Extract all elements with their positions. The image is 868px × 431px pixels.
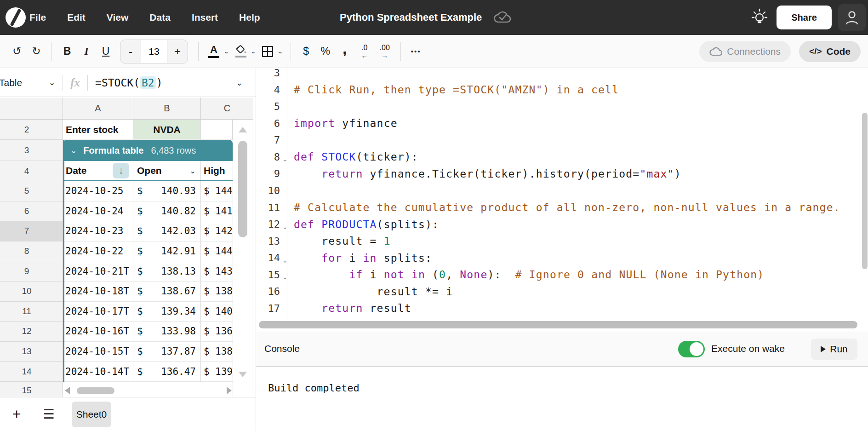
app-logo-icon[interactable] (5, 6, 27, 29)
line-number[interactable]: 12 (256, 218, 280, 230)
code-line[interactable]: 8⌄def STOCK(ticker): (256, 149, 868, 166)
cell-high[interactable]: $144 (201, 241, 233, 262)
sheet-tab-sheet0[interactable]: Sheet0 (72, 402, 111, 427)
code-line[interactable]: 9 return yfinance.Ticker(ticker).history… (256, 165, 868, 182)
more-formats-button[interactable]: ••• (406, 40, 426, 63)
scroll-right-arrow-icon[interactable] (227, 387, 232, 394)
add-sheet-button[interactable]: + (7, 406, 26, 423)
cell-a2[interactable]: Enter stock (63, 120, 133, 140)
menu-file[interactable]: File (29, 12, 46, 23)
line-number[interactable]: 9 (256, 168, 280, 179)
code-line[interactable]: 3 (256, 68, 868, 81)
run-button[interactable]: Run (811, 339, 857, 360)
cell-open[interactable]: $140.82 (133, 201, 201, 222)
row-header-5[interactable]: 5 (0, 181, 63, 201)
code-line[interactable]: 5 (256, 98, 868, 115)
line-number[interactable]: 4 (256, 84, 280, 96)
row-header-2[interactable]: 2 (0, 120, 63, 140)
code-line[interactable]: 10 (256, 182, 868, 199)
code-line[interactable]: 15⌄ if i not in (0, None): # Ignore 0 an… (256, 266, 868, 283)
cell-open[interactable]: $138.67 (133, 282, 201, 302)
column-header-a[interactable]: A (63, 98, 133, 119)
cell-open[interactable]: $138.13 (133, 261, 201, 282)
horizontal-scroll-thumb[interactable] (77, 387, 114, 394)
cell-open[interactable]: $140.93 (133, 181, 201, 201)
font-size-decrease-button[interactable]: - (120, 45, 141, 58)
context-chevron-icon[interactable]: ⌄ (49, 78, 55, 87)
code-line[interactable]: 16 result *= i (256, 283, 868, 300)
theme-lightbulb-icon[interactable] (750, 8, 769, 28)
cell-date[interactable]: 2024-10-22 (63, 241, 133, 262)
cell-open[interactable]: $136.47 (133, 362, 201, 382)
code-line[interactable]: 14⌄ for i in splits: (256, 249, 868, 266)
row-header-3[interactable]: 3 (0, 140, 63, 161)
editor-horizontal-scroll-thumb[interactable] (259, 321, 857, 328)
cell-context-selector[interactable]: Table (0, 77, 49, 88)
formula-expand-chevron-icon[interactable]: ⌄ (236, 78, 243, 88)
sort-descending-button[interactable]: ↓ (113, 163, 129, 178)
table-column-high[interactable]: High (201, 161, 233, 180)
code-line[interactable]: 12⌄def PRODUCTA(splits): (256, 216, 868, 233)
menu-insert[interactable]: Insert (192, 12, 218, 23)
table-column-open[interactable]: Open ⌄ (133, 161, 201, 180)
column-header-b[interactable]: B (133, 98, 201, 119)
column-dropdown-chevron-icon[interactable]: ⌄ (190, 167, 196, 175)
borders-chevron-icon[interactable]: ⌄ (277, 48, 283, 54)
code-line[interactable]: 17 return result (256, 300, 868, 317)
scroll-up-arrow-icon[interactable] (239, 127, 247, 132)
currency-format-button[interactable]: $ (297, 40, 316, 63)
line-number[interactable]: 11 (256, 202, 280, 213)
line-number[interactable]: 16 (256, 286, 280, 297)
cell-high[interactable]: $139 (201, 362, 233, 382)
cell-high[interactable]: $144 (201, 181, 233, 201)
text-color-button[interactable]: A (204, 40, 223, 63)
redo-button[interactable]: ↻ (27, 40, 46, 63)
user-avatar[interactable] (838, 4, 866, 31)
scroll-left-arrow-icon[interactable] (65, 387, 70, 394)
vertical-scroll-thumb[interactable] (238, 141, 247, 237)
cell-b2[interactable]: NVDA (133, 120, 201, 140)
line-number[interactable]: 6 (256, 118, 280, 129)
line-number[interactable]: 15 (256, 269, 280, 281)
comma-format-button[interactable]: , (335, 37, 354, 60)
cell-high[interactable]: $140 (201, 302, 233, 322)
row-header-6[interactable]: 6 (0, 201, 63, 222)
table-name-badge[interactable]: ⌄ Formula table 6,483 rows (63, 140, 233, 161)
cell-date[interactable]: 2024-10-23 (63, 221, 133, 241)
code-button[interactable]: </> Code (799, 41, 861, 62)
row-header-8[interactable]: 8 (0, 241, 63, 262)
cell-high[interactable]: $142 (201, 221, 233, 241)
line-number[interactable]: 3 (256, 68, 280, 79)
fold-chevron-icon[interactable]: ⌄ (280, 273, 292, 281)
cell-high[interactable]: $138 (201, 282, 233, 302)
sheet-list-menu-button[interactable]: ☰ (39, 407, 59, 422)
cell-high[interactable]: $136 (201, 322, 233, 342)
font-size-value[interactable]: 13 (141, 40, 167, 63)
line-number[interactable]: 8 (256, 151, 280, 163)
cell-open[interactable]: $142.03 (133, 221, 201, 241)
row-header-4[interactable]: 4 (0, 161, 63, 181)
fold-chevron-icon[interactable]: ⌄ (280, 155, 292, 163)
row-header-15[interactable]: 15 (0, 382, 63, 397)
fill-color-chevron-icon[interactable]: ⌄ (251, 48, 257, 54)
formula-input[interactable]: =STOCK(B2) (95, 77, 163, 89)
menu-view[interactable]: View (107, 12, 128, 23)
menu-edit[interactable]: Edit (67, 12, 86, 23)
document-title[interactable]: Python Spreadsheet Example (340, 11, 482, 23)
cell-open[interactable]: $137.87 (133, 342, 201, 362)
increase-decimals-button[interactable]: .00 → (375, 40, 395, 63)
cell-date[interactable]: 2024-10-14T (63, 362, 133, 382)
column-header-c[interactable]: C (201, 98, 253, 119)
row-header-7[interactable]: 7 (0, 221, 63, 241)
cell-date[interactable]: 2024-10-17T (63, 302, 133, 322)
line-number[interactable]: 17 (256, 303, 280, 314)
bold-button[interactable]: B (57, 40, 77, 63)
underline-button[interactable]: U (96, 40, 115, 63)
cell-date[interactable]: 2024-10-21T (63, 261, 133, 282)
cell-date[interactable]: 2024-10-16T (63, 322, 133, 342)
fold-chevron-icon[interactable]: ⌄ (280, 223, 292, 230)
menu-data[interactable]: Data (149, 12, 171, 23)
row-header-14[interactable]: 14 (0, 362, 63, 382)
borders-button[interactable] (258, 40, 277, 63)
cell-date[interactable]: 2024-10-25 (63, 181, 133, 201)
